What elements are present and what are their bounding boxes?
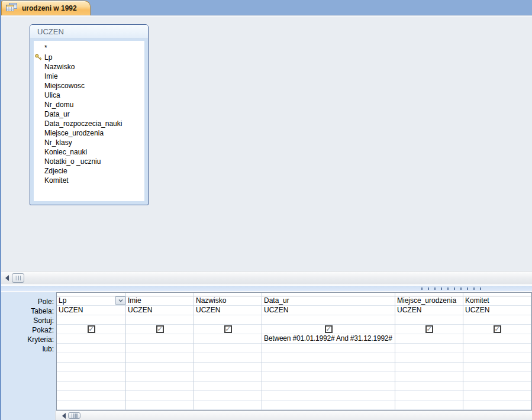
empty-cell[interactable] [57,382,125,391]
scrollbar-thumb[interactable] [12,273,24,283]
field-cell[interactable]: Nazwisko [194,296,262,306]
field-list-item-zdjecie[interactable]: Zdjecie [34,166,144,176]
empty-cell[interactable] [463,382,531,391]
or-cell[interactable] [57,344,125,353]
empty-cell[interactable] [126,391,194,400]
tab-urodzeni-w-1992[interactable]: urodzeni w 1992 [1,1,91,15]
empty-cell[interactable] [395,400,463,410]
empty-cell[interactable] [262,363,395,372]
show-checkbox[interactable]: ✓ [224,325,232,333]
empty-cell[interactable] [262,382,395,391]
empty-cell[interactable] [57,353,125,363]
sort-cell[interactable] [57,315,125,325]
show-checkbox[interactable]: ✓ [88,325,95,333]
show-cell[interactable]: ✓ [395,325,463,334]
splitter-grip-icon[interactable] [421,287,482,290]
empty-cell[interactable] [126,372,194,382]
field-cell[interactable]: Imie [126,296,194,306]
empty-cell[interactable] [126,363,194,372]
field-cell[interactable]: Lp [57,296,125,306]
or-cell[interactable] [126,344,194,353]
empty-cell[interactable] [194,382,262,391]
empty-cell[interactable] [262,391,395,400]
field-list-item-data-ur[interactable]: Data_ur [34,109,144,119]
field-list-item-nazwisko[interactable]: Nazwisko [34,62,144,72]
empty-cell[interactable] [395,372,463,382]
empty-cell[interactable] [57,391,125,400]
query-diagram-pane[interactable]: UCZEN * Lp Nazwisko Imie Miejscowosc Uli… [1,16,532,271]
show-cell[interactable]: ✓ [463,325,531,334]
show-checkbox[interactable]: ✓ [325,325,333,333]
field-list-item-data-rozpoczecia-nauki[interactable]: Data_rozpoczecia_nauki [34,119,144,128]
empty-cell[interactable] [194,372,262,382]
empty-cell[interactable] [194,400,262,410]
field-cell[interactable]: Miejsce_urodzenia [395,296,463,306]
or-cell[interactable] [194,344,262,353]
table-cell[interactable]: UCZEN [57,306,125,315]
table-cell[interactable]: UCZEN [262,306,395,315]
empty-cell[interactable] [57,400,125,410]
show-cell[interactable]: ✓ [194,325,262,334]
show-cell[interactable]: ✓ [126,325,194,334]
field-list-item-nr-domu[interactable]: Nr_domu [34,100,144,109]
top-pane-hscrollbar[interactable] [1,271,532,285]
criteria-cell[interactable] [463,334,531,344]
field-list-item-asterisk[interactable]: * [34,43,144,53]
empty-cell[interactable] [395,353,463,363]
empty-cell[interactable] [126,382,194,391]
empty-cell[interactable] [395,391,463,400]
field-list-item-miejsce-urodzenia[interactable]: Miejsce_urodzenia [34,128,144,138]
sort-cell[interactable] [463,315,531,325]
empty-cell[interactable] [262,372,395,382]
field-list-item-ulica[interactable]: Ulica [34,91,144,100]
field-list-item-nr-klasy[interactable]: Nr_klasy [34,138,144,147]
empty-cell[interactable] [395,382,463,391]
or-cell[interactable] [262,344,395,353]
criteria-cell[interactable] [126,334,194,344]
sort-cell[interactable] [194,315,262,325]
empty-cell[interactable] [57,372,125,382]
field-list-item-koniec-nauki[interactable]: Koniec_nauki [34,147,144,157]
table-cell[interactable]: UCZEN [126,306,194,315]
show-checkbox[interactable]: ✓ [425,325,433,333]
scrollbar-thumb[interactable] [68,412,80,419]
field-list-item-miejscowosc[interactable]: Miejscowosc [34,81,144,91]
sort-cell[interactable] [395,315,463,325]
empty-cell[interactable] [262,353,395,363]
empty-cell[interactable] [126,400,194,410]
or-cell[interactable] [395,344,463,353]
sort-cell[interactable] [126,315,194,325]
empty-cell[interactable] [262,400,395,410]
field-list-item-lp[interactable]: Lp [34,53,144,62]
field-dropdown-button[interactable] [115,296,125,305]
show-cell[interactable]: ✓ [57,325,125,334]
empty-cell[interactable] [463,363,531,372]
empty-cell[interactable] [395,363,463,372]
field-cell[interactable]: Data_ur [262,296,395,306]
show-checkbox[interactable]: ✓ [156,325,164,333]
table-cell[interactable]: UCZEN [194,306,262,315]
field-list-item-notatki-o-uczniu[interactable]: Notatki_o _uczniu [34,157,144,166]
field-cell[interactable]: Komitet [463,296,531,306]
sort-cell[interactable] [262,315,395,325]
field-list-title[interactable]: UCZEN [30,25,148,39]
show-checkbox[interactable]: ✓ [494,325,501,333]
field-list-window[interactable]: UCZEN * Lp Nazwisko Imie Miejscowosc Uli… [30,24,149,205]
empty-cell[interactable] [194,353,262,363]
criteria-cell[interactable] [57,334,125,344]
scroll-left-icon[interactable] [5,275,9,281]
empty-cell[interactable] [194,391,262,400]
criteria-cell[interactable] [194,334,262,344]
pane-splitter[interactable] [1,285,532,292]
empty-cell[interactable] [126,353,194,363]
grid-hscrollbar[interactable] [55,411,532,420]
field-list-item-imie[interactable]: Imie [34,72,144,81]
show-cell[interactable]: ✓ [262,325,395,334]
empty-cell[interactable] [194,363,262,372]
empty-cell[interactable] [463,372,531,382]
empty-cell[interactable] [463,353,531,363]
criteria-cell[interactable] [395,334,463,344]
table-cell[interactable]: UCZEN [463,306,531,315]
field-list-item-komitet[interactable]: Komitet [34,176,144,185]
empty-cell[interactable] [463,391,531,400]
